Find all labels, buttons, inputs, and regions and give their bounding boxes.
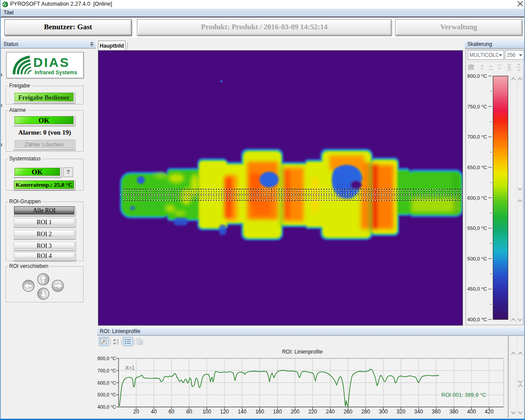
svg-text:140: 140 bbox=[238, 409, 246, 415]
svg-text:60: 60 bbox=[168, 409, 175, 415]
svg-text:600,0 °C: 600,0 °C bbox=[467, 195, 487, 201]
svg-text:ROI: Linienprofile: ROI: Linienprofile bbox=[282, 349, 323, 355]
svg-text:80: 80 bbox=[186, 409, 192, 415]
svg-text:700,0 °C: 700,0 °C bbox=[467, 134, 487, 139]
svg-text:420: 420 bbox=[485, 409, 494, 415]
svg-text:200: 200 bbox=[290, 409, 299, 415]
svg-text:320: 320 bbox=[396, 409, 405, 415]
svg-text:220: 220 bbox=[308, 409, 317, 415]
svg-text:550,0 °C: 550,0 °C bbox=[467, 226, 487, 231]
svg-text:180: 180 bbox=[273, 409, 282, 415]
svg-text:260: 260 bbox=[343, 409, 352, 415]
svg-text:20: 20 bbox=[133, 409, 140, 415]
svg-text:380: 380 bbox=[449, 409, 458, 415]
svg-text:240: 240 bbox=[326, 409, 335, 415]
svg-text:400,0 °C: 400,0 °C bbox=[98, 404, 116, 410]
svg-text:800,0 °C: 800,0 °C bbox=[467, 73, 487, 79]
svg-text:280: 280 bbox=[361, 409, 370, 415]
svg-text:800,0 °C: 800,0 °C bbox=[98, 356, 116, 361]
svg-text:300: 300 bbox=[379, 409, 388, 415]
svg-text:650,0 °C: 650,0 °C bbox=[467, 165, 487, 170]
svg-text:360: 360 bbox=[432, 409, 441, 415]
svg-text:ROI 001: 399,9 °C: ROI 001: 399,9 °C bbox=[441, 392, 486, 398]
svg-text:160: 160 bbox=[256, 409, 264, 415]
svg-text:120: 120 bbox=[220, 409, 229, 415]
svg-text:340: 340 bbox=[414, 409, 423, 415]
svg-text:450,0 °C: 450,0 °C bbox=[467, 286, 487, 292]
svg-text:700,0 °C: 700,0 °C bbox=[98, 368, 116, 373]
svg-text:500,0 °C: 500,0 °C bbox=[98, 392, 116, 397]
svg-text:600,0 °C: 600,0 °C bbox=[98, 380, 116, 385]
svg-text:40: 40 bbox=[151, 409, 157, 415]
svg-text:400,0 °C: 400,0 °C bbox=[467, 317, 487, 322]
svg-text:X=1: X=1 bbox=[125, 365, 135, 371]
svg-text:750,0 °C: 750,0 °C bbox=[467, 104, 487, 109]
svg-text:100: 100 bbox=[203, 409, 211, 415]
svg-text:400: 400 bbox=[467, 409, 476, 415]
svg-text:500,0 °C: 500,0 °C bbox=[467, 256, 487, 261]
